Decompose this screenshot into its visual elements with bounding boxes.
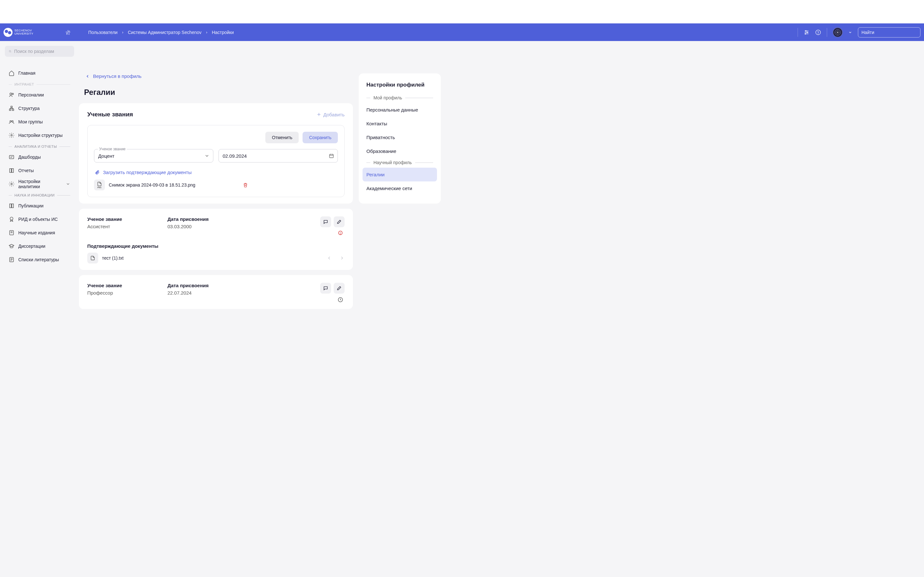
chevron-left-icon xyxy=(86,74,90,79)
help-icon[interactable] xyxy=(815,29,821,35)
logo[interactable]: Sechenov University xyxy=(3,28,33,37)
panel-item-regalia[interactable]: Регалии xyxy=(363,168,437,181)
back-link[interactable]: Вернуться в профиль xyxy=(79,73,142,79)
comment-button[interactable] xyxy=(320,283,331,293)
file-icon: PNG xyxy=(94,179,105,190)
global-search-input[interactable] xyxy=(861,30,918,35)
chevron-down-icon xyxy=(66,182,70,186)
file-name: Снимок экрана 2024-09-03 в 18.51.23.png xyxy=(109,182,195,187)
org-icon xyxy=(9,105,15,111)
nav-bibliography[interactable]: Списки литературы xyxy=(5,253,74,266)
add-button[interactable]: Добавить xyxy=(317,112,344,117)
record-title-label: Ученое звание xyxy=(87,216,155,222)
nav-label: Структура xyxy=(18,106,39,111)
users-icon xyxy=(9,92,15,98)
nav-label: РИД и объекты ИС xyxy=(18,217,58,222)
list-icon xyxy=(9,257,15,263)
nav-label: Персоналии xyxy=(18,92,44,97)
paperclip-icon xyxy=(95,170,100,175)
nav-personnel[interactable]: Персоналии xyxy=(5,88,74,102)
nav-structure[interactable]: Структура xyxy=(5,102,74,115)
svg-point-11 xyxy=(837,32,838,33)
edit-button[interactable] xyxy=(334,216,344,227)
record-date-value: 03.03.2000 xyxy=(168,224,235,229)
nav-label: Научные издания xyxy=(18,230,55,235)
panel-item-contacts[interactable]: Контакты xyxy=(363,117,437,131)
panel-section: Мой профиль xyxy=(363,95,437,100)
nav-groups[interactable]: Мои группы xyxy=(5,115,74,129)
group-icon xyxy=(9,119,15,125)
file-attachment: PNG Снимок экрана 2024-09-03 в 18.51.23.… xyxy=(94,179,338,190)
svg-point-16 xyxy=(10,93,12,95)
prev-button[interactable] xyxy=(326,255,332,261)
svg-point-4 xyxy=(805,31,806,31)
nav-label: Отчеты xyxy=(18,168,34,173)
global-search[interactable] xyxy=(858,27,921,37)
nav-label: Дашборды xyxy=(18,155,41,160)
nav-label: Главная xyxy=(18,71,35,76)
journal-icon xyxy=(9,230,15,235)
plus-icon xyxy=(317,112,321,117)
titles-card: Ученые звания Добавить Отменить Сохранит… xyxy=(79,103,353,203)
sidebar: Главная ИНТРАНЕТ Персоналии Структура Мо… xyxy=(0,41,79,327)
pin-icon[interactable] xyxy=(65,30,71,35)
svg-point-17 xyxy=(12,93,14,95)
date-input[interactable]: 02.09.2024 xyxy=(218,149,338,163)
next-button[interactable] xyxy=(339,255,344,261)
sliders-icon[interactable] xyxy=(804,29,809,35)
book-icon xyxy=(9,168,15,173)
dashboard-icon xyxy=(9,154,15,160)
home-icon xyxy=(9,70,15,76)
record-date-value: 22.07.2024 xyxy=(168,290,235,295)
sidebar-search[interactable] xyxy=(5,46,74,57)
nav-dashboards[interactable]: Дашборды xyxy=(5,150,74,164)
nav-publications[interactable]: Публикации xyxy=(5,199,74,213)
chevron-down-icon[interactable] xyxy=(848,31,852,34)
record-date-label: Дата присвоения xyxy=(168,216,235,222)
comment-button[interactable] xyxy=(320,216,331,227)
save-button[interactable]: Сохранить xyxy=(302,132,338,143)
card-title: Ученые звания xyxy=(87,111,133,118)
record-title-label: Ученое звание xyxy=(87,283,155,288)
panel-item-networks[interactable]: Академические сети xyxy=(363,181,437,195)
warning-icon xyxy=(338,230,343,236)
breadcrumb-item[interactable]: Системы Администратор Sechenov xyxy=(128,30,202,35)
topbar: Sechenov University Пользователи › Систе… xyxy=(0,23,924,41)
svg-point-26 xyxy=(10,217,13,220)
upload-link[interactable]: Загрузить подтверждающие документы xyxy=(95,169,192,175)
breadcrumb-item[interactable]: Пользователи xyxy=(88,30,118,35)
docs-label: Подтверждающие документы xyxy=(87,243,344,249)
nav-dissertations[interactable]: Диссертации xyxy=(5,239,74,253)
svg-point-23 xyxy=(11,135,13,136)
svg-point-6 xyxy=(805,33,806,34)
edit-button[interactable] xyxy=(334,283,344,293)
record-title-value: Ассистент xyxy=(87,224,155,229)
pub-icon xyxy=(9,203,15,209)
nav-home[interactable]: Главная xyxy=(5,66,74,80)
svg-rect-20 xyxy=(12,109,14,111)
nav-section: АНАЛИТИКА И ОТЧЕТЫ xyxy=(5,142,74,150)
sidebar-search-input[interactable] xyxy=(14,49,70,54)
panel-item-personal[interactable]: Персональные данные xyxy=(363,103,437,117)
nav-label: Диссертации xyxy=(18,243,45,249)
svg-point-22 xyxy=(12,121,13,122)
panel-title: Настройки профилей xyxy=(367,82,433,88)
delete-file-button[interactable] xyxy=(243,182,248,187)
nav-reports[interactable]: Отчеты xyxy=(5,164,74,177)
nav-structure-settings[interactable]: Настройки структуры xyxy=(5,129,74,142)
cancel-button[interactable]: Отменить xyxy=(265,132,299,143)
record-date-label: Дата присвоения xyxy=(168,283,235,288)
docs-pager xyxy=(326,255,344,261)
user-avatar[interactable] xyxy=(833,27,843,37)
panel-item-privacy[interactable]: Приватность xyxy=(363,131,437,144)
title-select[interactable]: Ученое звание Доцент xyxy=(94,149,213,163)
panel-item-education[interactable]: Образование xyxy=(363,144,437,158)
file-name[interactable]: тест (1).txt xyxy=(102,255,124,261)
breadcrumb-item[interactable]: Настройки xyxy=(212,30,234,35)
svg-point-21 xyxy=(10,121,11,122)
nav-ip[interactable]: РИД и объекты ИС xyxy=(5,213,74,226)
nav-journals[interactable]: Научные издания xyxy=(5,226,74,239)
nav-analytics-settings[interactable]: Настройки аналитики xyxy=(5,177,74,191)
svg-point-5 xyxy=(807,32,808,33)
page-title: Регалии xyxy=(79,88,353,97)
